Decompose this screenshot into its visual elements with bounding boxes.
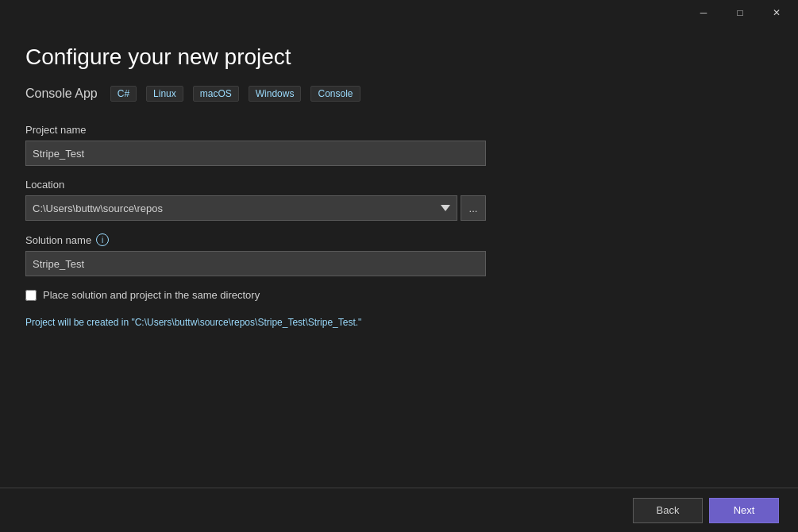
solution-info-icon[interactable]: i <box>96 233 109 246</box>
tag-linux: Linux <box>146 86 183 102</box>
title-bar: ─ □ ✕ <box>0 0 798 25</box>
tag-csharp: C# <box>110 86 137 102</box>
project-name-label: Project name <box>25 124 773 136</box>
same-directory-checkbox[interactable] <box>25 290 37 301</box>
project-name-input[interactable] <box>25 141 486 166</box>
solution-name-section: Solution name i <box>25 233 773 276</box>
browse-button[interactable]: ... <box>461 195 486 221</box>
solution-name-input[interactable] <box>25 251 486 276</box>
location-select[interactable]: C:\Users\buttw\source\repos <box>25 195 457 221</box>
tag-console: Console <box>310 86 360 102</box>
page-title: Configure your new project <box>25 44 773 70</box>
same-directory-row: Place solution and project in the same d… <box>25 289 773 301</box>
maximize-button[interactable]: □ <box>722 0 758 25</box>
tag-macos: macOS <box>193 86 239 102</box>
main-content: Configure your new project Console App C… <box>0 25 798 347</box>
location-row: C:\Users\buttw\source\repos ... <box>25 195 773 221</box>
solution-name-label: Solution name <box>25 234 91 246</box>
next-button[interactable]: Next <box>709 498 779 523</box>
back-button[interactable]: Back <box>633 498 703 523</box>
app-type-row: Console App C# Linux macOS Windows Conso… <box>25 86 773 102</box>
minimize-button[interactable]: ─ <box>685 0 722 25</box>
tag-windows: Windows <box>249 86 302 102</box>
solution-name-label-row: Solution name i <box>25 233 773 246</box>
location-section: Location C:\Users\buttw\source\repos ... <box>25 179 773 221</box>
same-directory-label: Place solution and project in the same d… <box>43 289 260 301</box>
bottom-bar: Back Next <box>0 488 798 532</box>
project-name-section: Project name <box>25 124 773 166</box>
location-label: Location <box>25 179 773 191</box>
path-info: Project will be created in "C:\Users\but… <box>25 317 773 328</box>
app-type-label: Console App <box>25 87 98 101</box>
close-button[interactable]: ✕ <box>758 0 795 25</box>
